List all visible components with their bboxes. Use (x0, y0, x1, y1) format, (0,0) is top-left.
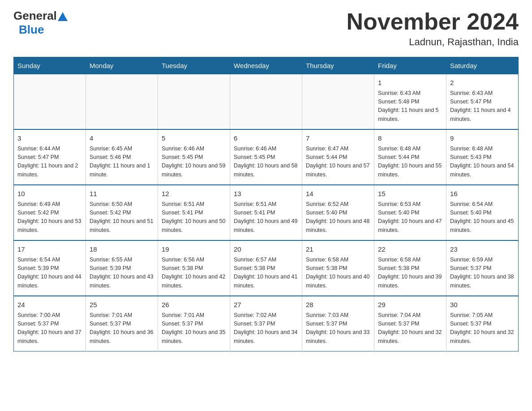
calendar-cell: 16Sunrise: 6:54 AMSunset: 5:40 PMDayligh… (446, 185, 519, 240)
logo-blue-text: Blue (19, 23, 44, 37)
location-title: Ladnun, Rajasthan, India (347, 36, 519, 48)
calendar-cell: 1Sunrise: 6:43 AMSunset: 5:48 PMDaylight… (374, 74, 446, 130)
calendar-cell: 22Sunrise: 6:58 AMSunset: 5:38 PMDayligh… (374, 240, 446, 296)
day-info: Sunrise: 6:53 AMSunset: 5:40 PMDaylight:… (378, 200, 442, 235)
day-number: 4 (90, 133, 154, 144)
calendar-cell: 9Sunrise: 6:48 AMSunset: 5:43 PMDaylight… (446, 129, 519, 185)
day-info: Sunrise: 6:50 AMSunset: 5:42 PMDaylight:… (90, 200, 154, 235)
day-info: Sunrise: 6:54 AMSunset: 5:40 PMDaylight:… (450, 200, 515, 235)
week-row-1: 1Sunrise: 6:43 AMSunset: 5:48 PMDaylight… (14, 74, 519, 130)
calendar-cell: 10Sunrise: 6:49 AMSunset: 5:42 PMDayligh… (14, 185, 86, 240)
weekday-header-sunday: Sunday (14, 57, 86, 74)
day-number: 7 (306, 133, 370, 144)
calendar-cell: 2Sunrise: 6:43 AMSunset: 5:47 PMDaylight… (446, 74, 519, 130)
weekday-header-monday: Monday (86, 57, 158, 74)
day-number: 21 (306, 244, 370, 255)
day-info: Sunrise: 6:44 AMSunset: 5:47 PMDaylight:… (17, 145, 82, 180)
day-info: Sunrise: 6:51 AMSunset: 5:41 PMDaylight:… (234, 200, 298, 235)
svg-marker-0 (58, 12, 68, 21)
calendar-cell: 18Sunrise: 6:55 AMSunset: 5:39 PMDayligh… (86, 240, 158, 296)
day-info: Sunrise: 7:01 AMSunset: 5:37 PMDaylight:… (162, 311, 226, 346)
day-number: 9 (450, 133, 515, 144)
day-number: 23 (450, 244, 515, 255)
calendar-cell: 29Sunrise: 7:04 AMSunset: 5:37 PMDayligh… (374, 296, 446, 351)
weekday-header-thursday: Thursday (302, 57, 374, 74)
calendar-cell: 8Sunrise: 6:48 AMSunset: 5:44 PMDaylight… (374, 129, 446, 185)
calendar-cell: 23Sunrise: 6:59 AMSunset: 5:37 PMDayligh… (446, 240, 519, 296)
title-area: November 2024 Ladnun, Rajasthan, India (347, 9, 519, 48)
calendar-cell: 30Sunrise: 7:05 AMSunset: 5:37 PMDayligh… (446, 296, 519, 351)
day-number: 27 (234, 300, 298, 310)
month-title: November 2024 (347, 9, 519, 34)
day-number: 8 (378, 133, 442, 144)
day-number: 10 (17, 189, 82, 199)
day-number: 24 (17, 300, 82, 310)
calendar-cell (302, 74, 374, 130)
header: General Blue November 2024 Ladnun, Rajas… (13, 9, 519, 48)
day-info: Sunrise: 6:46 AMSunset: 5:45 PMDaylight:… (162, 145, 226, 180)
day-info: Sunrise: 7:04 AMSunset: 5:37 PMDaylight:… (378, 311, 442, 346)
day-info: Sunrise: 6:48 AMSunset: 5:43 PMDaylight:… (450, 145, 515, 180)
calendar-cell: 26Sunrise: 7:01 AMSunset: 5:37 PMDayligh… (158, 296, 230, 351)
day-number: 18 (90, 244, 154, 255)
day-number: 22 (378, 244, 442, 255)
logo: General Blue (13, 9, 68, 37)
day-info: Sunrise: 6:46 AMSunset: 5:45 PMDaylight:… (234, 145, 298, 180)
day-info: Sunrise: 6:51 AMSunset: 5:41 PMDaylight:… (162, 200, 226, 235)
day-number: 26 (162, 300, 226, 310)
day-info: Sunrise: 7:00 AMSunset: 5:37 PMDaylight:… (17, 311, 82, 346)
calendar-cell: 13Sunrise: 6:51 AMSunset: 5:41 PMDayligh… (230, 185, 302, 240)
day-info: Sunrise: 7:02 AMSunset: 5:37 PMDaylight:… (234, 311, 298, 346)
day-info: Sunrise: 6:58 AMSunset: 5:38 PMDaylight:… (378, 256, 442, 291)
day-info: Sunrise: 6:58 AMSunset: 5:38 PMDaylight:… (306, 256, 370, 291)
calendar-cell: 14Sunrise: 6:52 AMSunset: 5:40 PMDayligh… (302, 185, 374, 240)
day-number: 11 (90, 189, 154, 199)
day-number: 17 (17, 244, 82, 255)
calendar-cell: 25Sunrise: 7:01 AMSunset: 5:37 PMDayligh… (86, 296, 158, 351)
day-number: 13 (234, 189, 298, 199)
day-number: 5 (162, 133, 226, 144)
day-info: Sunrise: 6:43 AMSunset: 5:47 PMDaylight:… (450, 89, 515, 124)
day-info: Sunrise: 6:47 AMSunset: 5:44 PMDaylight:… (306, 145, 370, 180)
calendar-cell: 11Sunrise: 6:50 AMSunset: 5:42 PMDayligh… (86, 185, 158, 240)
day-info: Sunrise: 6:43 AMSunset: 5:48 PMDaylight:… (378, 89, 442, 124)
calendar-cell (158, 74, 230, 130)
day-info: Sunrise: 6:52 AMSunset: 5:40 PMDaylight:… (306, 200, 370, 235)
calendar-cell: 27Sunrise: 7:02 AMSunset: 5:37 PMDayligh… (230, 296, 302, 351)
day-number: 29 (378, 300, 442, 310)
day-info: Sunrise: 6:48 AMSunset: 5:44 PMDaylight:… (378, 145, 442, 180)
week-row-2: 3Sunrise: 6:44 AMSunset: 5:47 PMDaylight… (14, 129, 519, 185)
day-number: 1 (378, 78, 442, 88)
day-number: 15 (378, 189, 442, 199)
weekday-header-tuesday: Tuesday (158, 57, 230, 74)
calendar-cell: 17Sunrise: 6:54 AMSunset: 5:39 PMDayligh… (14, 240, 86, 296)
day-number: 6 (234, 133, 298, 144)
calendar-cell: 6Sunrise: 6:46 AMSunset: 5:45 PMDaylight… (230, 129, 302, 185)
weekday-header-wednesday: Wednesday (230, 57, 302, 74)
day-info: Sunrise: 6:45 AMSunset: 5:46 PMDaylight:… (90, 145, 154, 180)
day-number: 28 (306, 300, 370, 310)
calendar-cell (86, 74, 158, 130)
calendar-cell (230, 74, 302, 130)
logo-general-text: General (13, 9, 57, 23)
day-info: Sunrise: 6:59 AMSunset: 5:37 PMDaylight:… (450, 256, 515, 291)
calendar-body: 1Sunrise: 6:43 AMSunset: 5:48 PMDaylight… (14, 74, 519, 351)
day-number: 30 (450, 300, 515, 310)
calendar-cell: 20Sunrise: 6:57 AMSunset: 5:38 PMDayligh… (230, 240, 302, 296)
calendar-header: SundayMondayTuesdayWednesdayThursdayFrid… (14, 57, 519, 74)
day-number: 14 (306, 189, 370, 199)
day-info: Sunrise: 7:03 AMSunset: 5:37 PMDaylight:… (306, 311, 370, 346)
logo-triangle-icon (58, 12, 68, 21)
day-info: Sunrise: 7:01 AMSunset: 5:37 PMDaylight:… (90, 311, 154, 346)
calendar-cell: 28Sunrise: 7:03 AMSunset: 5:37 PMDayligh… (302, 296, 374, 351)
weekday-header-friday: Friday (374, 57, 446, 74)
weekday-header-saturday: Saturday (446, 57, 519, 74)
day-info: Sunrise: 7:05 AMSunset: 5:37 PMDaylight:… (450, 311, 515, 346)
calendar-cell: 5Sunrise: 6:46 AMSunset: 5:45 PMDaylight… (158, 129, 230, 185)
calendar-cell: 3Sunrise: 6:44 AMSunset: 5:47 PMDaylight… (14, 129, 86, 185)
calendar-cell: 21Sunrise: 6:58 AMSunset: 5:38 PMDayligh… (302, 240, 374, 296)
day-number: 19 (162, 244, 226, 255)
calendar-cell: 7Sunrise: 6:47 AMSunset: 5:44 PMDaylight… (302, 129, 374, 185)
calendar-cell: 12Sunrise: 6:51 AMSunset: 5:41 PMDayligh… (158, 185, 230, 240)
day-number: 12 (162, 189, 226, 199)
